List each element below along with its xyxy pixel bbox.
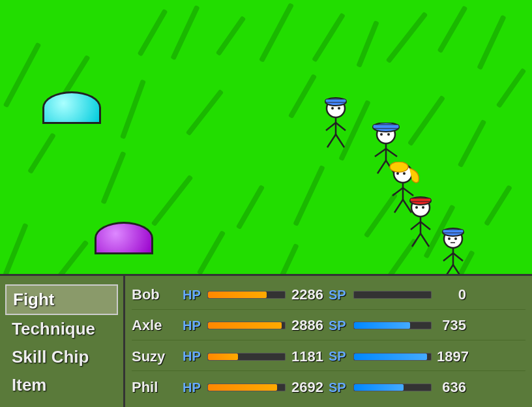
char-row-suzy: Suzy HP 1181 SP 1897 <box>132 342 525 371</box>
svg-line-7 <box>336 123 346 130</box>
svg-point-43 <box>454 237 457 240</box>
hp-value-bob: 2286 <box>291 286 323 303</box>
svg-line-9 <box>336 134 344 147</box>
hp-value-suzy: 1181 <box>291 348 323 365</box>
hp-bar-container-bob <box>207 291 286 299</box>
svg-line-47 <box>453 253 463 261</box>
svg-rect-31 <box>410 198 431 202</box>
sp-bar-container-phil <box>353 384 432 391</box>
svg-line-49 <box>453 265 462 274</box>
sp-bar-container-suzy <box>353 353 432 361</box>
stats-panel: Bob HP 2286 SP 0 Axle HP 2886 SP 735 <box>125 276 532 407</box>
grass-stripe <box>496 68 527 108</box>
svg-point-21 <box>390 162 408 172</box>
char-name-bob: Bob <box>132 286 177 303</box>
svg-line-27 <box>394 200 403 213</box>
sp-bar-phil <box>354 384 404 391</box>
sp-label-suzy: SP <box>329 349 348 364</box>
grass-stripe <box>100 151 126 205</box>
hp-label-phil: HP <box>183 380 202 395</box>
svg-line-8 <box>327 134 336 147</box>
ui-panel: Fight Technique Skill Chip Item Bob HP 2… <box>0 274 532 407</box>
menu-item-technique[interactable]: Technique <box>5 315 118 343</box>
grass-stripe <box>3 42 42 108</box>
svg-point-32 <box>415 206 418 209</box>
sp-label-bob: SP <box>329 288 348 303</box>
svg-line-17 <box>386 149 397 157</box>
grass-stripe <box>437 5 468 53</box>
grass-stripe <box>120 79 146 139</box>
hp-bar-container-suzy <box>207 353 286 361</box>
svg-point-42 <box>448 237 451 240</box>
stick-figure-phil-red <box>404 196 437 254</box>
sp-value-phil: 636 <box>437 379 466 396</box>
hp-value-phil: 2692 <box>291 379 323 396</box>
hp-bar-bob <box>208 292 267 298</box>
grass-stripe <box>407 95 445 146</box>
stick-figure-phil-blue <box>437 227 469 274</box>
svg-point-33 <box>422 206 424 209</box>
sp-bar-container-axle <box>353 322 432 329</box>
hp-bar-phil <box>208 384 277 391</box>
svg-point-3 <box>331 107 334 110</box>
svg-line-35 <box>411 222 421 230</box>
hp-label-suzy: HP <box>183 349 202 364</box>
svg-line-16 <box>375 149 386 157</box>
char-row-axle: Axle HP 2886 SP 735 <box>132 312 525 340</box>
grass-stripe <box>484 185 512 226</box>
grass-stripe <box>356 20 379 68</box>
menu-item-fight[interactable]: Fight <box>5 284 118 315</box>
char-name-axle: Axle <box>132 317 177 334</box>
svg-line-6 <box>326 123 336 130</box>
grass-stripe <box>267 243 299 274</box>
grass-stripe <box>170 5 200 61</box>
grass-stripe <box>197 230 226 274</box>
svg-point-23 <box>403 172 406 175</box>
grass-stripe <box>186 89 224 136</box>
grass-stripe <box>386 12 428 64</box>
svg-line-37 <box>412 234 421 247</box>
grass-stripe <box>216 16 246 56</box>
grass-stripe <box>288 74 317 119</box>
sp-label-phil: SP <box>329 380 348 395</box>
sp-value-suzy: 1897 <box>437 348 466 365</box>
sp-label-axle: SP <box>329 318 348 333</box>
menu-item-item[interactable]: Item <box>5 371 118 399</box>
grass-stripe <box>293 165 325 226</box>
svg-rect-12 <box>373 125 399 128</box>
svg-rect-2 <box>325 99 346 102</box>
char-name-phil: Phil <box>132 379 177 396</box>
svg-line-25 <box>392 188 403 196</box>
hp-bar-container-axle <box>207 322 286 329</box>
grass-stripe <box>3 223 28 274</box>
grass-stripe <box>236 185 265 230</box>
menu-item-skill-chip[interactable]: Skill Chip <box>5 343 118 371</box>
game-area <box>0 0 532 274</box>
svg-line-46 <box>443 253 453 261</box>
hp-bar-suzy <box>208 354 238 360</box>
sp-bar-suzy <box>354 354 427 360</box>
svg-line-36 <box>421 222 430 230</box>
svg-point-14 <box>387 133 390 136</box>
grass-stripe <box>47 240 89 274</box>
svg-point-4 <box>338 107 340 110</box>
svg-point-22 <box>396 172 399 175</box>
char-name-suzy: Suzy <box>132 348 177 365</box>
hp-label-bob: HP <box>183 288 202 303</box>
svg-line-26 <box>403 188 413 196</box>
hp-label-axle: HP <box>183 318 202 333</box>
sp-bar-container-bob <box>353 291 432 299</box>
grass-stripe <box>27 132 56 174</box>
grass-stripe <box>458 119 487 168</box>
svg-line-48 <box>445 265 453 274</box>
sp-value-bob: 0 <box>437 286 466 303</box>
grass-stripe <box>259 3 294 63</box>
svg-point-13 <box>380 133 383 136</box>
svg-rect-41 <box>443 230 464 233</box>
stick-figure-bob <box>319 97 352 155</box>
hp-value-axle: 2886 <box>291 317 323 334</box>
enemy-blob-cyan <box>42 91 101 124</box>
left-menu: Fight Technique Skill Chip Item <box>0 276 125 407</box>
sp-value-axle: 735 <box>437 317 466 334</box>
hp-bar-axle <box>208 322 282 329</box>
